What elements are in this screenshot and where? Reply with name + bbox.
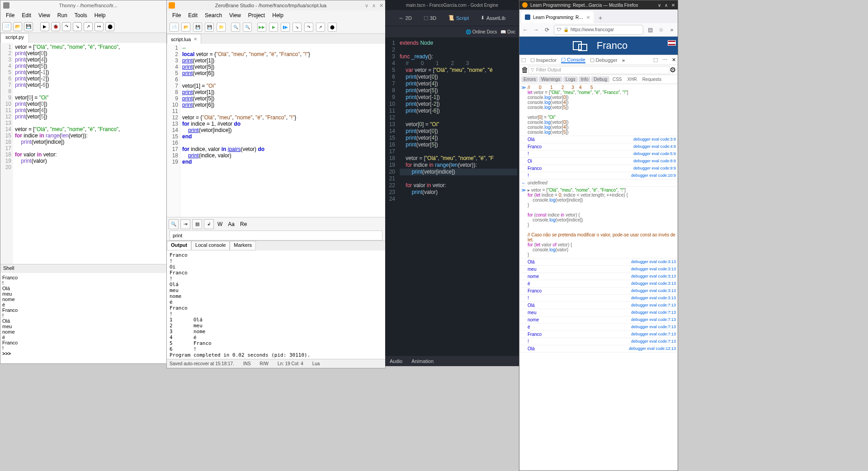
find-input[interactable] — [170, 231, 382, 240]
mode-2d[interactable]: ↔2D — [396, 14, 415, 22]
start-debug-icon[interactable]: ▶ — [269, 23, 278, 32]
devtools-options-icon[interactable]: ⋯ — [662, 57, 667, 63]
settings-icon[interactable]: ⚙ — [670, 66, 676, 74]
step-over-icon[interactable]: ↷ — [62, 22, 71, 31]
zb-editor[interactable]: 12345678910111213141516171819 --local ve… — [167, 44, 385, 217]
menu-help[interactable]: Help — [91, 12, 109, 19]
editor-tab[interactable]: script.lua ✕ — [167, 34, 201, 44]
break-icon[interactable]: ▮▶ — [281, 23, 290, 32]
thonny-code[interactable]: vetor = ["Olá", "meu", "nome", "é", "Fra… — [13, 43, 122, 264]
tab-close-icon[interactable]: ✕ — [586, 15, 590, 20]
filter-logs[interactable]: Logs — [563, 76, 578, 82]
step-into-icon[interactable]: ↘ — [73, 22, 82, 31]
debug-icon[interactable]: 🐞 — [51, 22, 60, 31]
filter-requests[interactable]: Requests — [640, 76, 664, 82]
step-out-icon[interactable]: ↗ — [316, 23, 325, 32]
menu-edit[interactable]: Edit — [184, 12, 201, 19]
mode-script[interactable]: 📜Script — [445, 14, 472, 22]
menu-file[interactable]: File — [169, 12, 184, 19]
reader-icon[interactable]: ▤ — [646, 26, 654, 34]
indent-icon[interactable]: ⇥ — [180, 219, 190, 229]
online-docs-link[interactable]: 🌐Online Docs — [466, 29, 497, 34]
menu-search[interactable]: Search — [201, 12, 226, 19]
toggle-breakpoint-icon[interactable]: ⬤ — [328, 23, 337, 32]
new-file-icon[interactable]: 📄 — [170, 23, 179, 32]
local-console-tab[interactable]: Local console — [191, 241, 230, 250]
devtools-close-icon[interactable]: ✕ — [672, 57, 676, 63]
stop-icon[interactable]: ⬤ — [105, 22, 114, 31]
step-into-icon[interactable]: ↘ — [292, 23, 302, 32]
open-file-icon[interactable]: 📂 — [13, 22, 22, 31]
pick-element-icon[interactable]: ⬚ — [521, 57, 526, 63]
zb-output[interactable]: Franco ! Oi Franco ! Olá meu nome é Fran… — [167, 250, 385, 359]
filter-input[interactable]: ▽ Filter Output — [528, 66, 670, 74]
menu-file[interactable]: File — [2, 12, 18, 19]
maximize-icon[interactable]: ∧ — [372, 3, 376, 9]
run-icon[interactable]: ▶▶ — [257, 23, 266, 32]
animation-tab[interactable]: Animation — [411, 358, 434, 364]
step-over-icon[interactable]: ↷ — [304, 23, 313, 32]
output-tab[interactable]: Output — [167, 241, 191, 250]
zb-code[interactable]: --local vetor = {"Olá", "meu", "nome", "… — [180, 44, 312, 217]
menu-tools[interactable]: Tools — [71, 12, 91, 19]
run-icon[interactable]: ▶ — [40, 22, 49, 31]
close-icon[interactable]: ✕ — [671, 3, 675, 8]
filter-debug[interactable]: Debug — [591, 76, 609, 82]
menu-help[interactable]: Help — [269, 12, 287, 19]
console-tab[interactable]: ▢Console — [561, 57, 585, 63]
new-file-icon[interactable]: 📄 — [2, 22, 11, 31]
menu-project[interactable]: Project — [245, 12, 269, 19]
project-dir-icon[interactable]: 📁 — [217, 23, 226, 32]
case-btn[interactable]: Aa — [226, 221, 236, 227]
more-tabs-icon[interactable]: » — [622, 57, 625, 63]
menu-view[interactable]: View — [226, 12, 245, 19]
tab-close-icon[interactable]: ✕ — [193, 37, 197, 42]
minimize-icon[interactable]: ∨ — [658, 3, 661, 8]
shell-panel-label[interactable]: Shell — [0, 264, 167, 273]
thonny-editor[interactable]: 1234567891011121314151617181920 vetor = … — [0, 43, 167, 264]
wrap-icon[interactable]: ↲ — [204, 219, 214, 229]
menu-edit[interactable]: Edit — [18, 12, 35, 19]
filter-info[interactable]: Info — [579, 76, 591, 82]
filter-xhr[interactable]: XHR — [625, 76, 639, 82]
browser-tab[interactable]: Learn Programming: Repetiti ✕ — [521, 11, 594, 23]
dock-side-icon[interactable]: ⬚ — [653, 57, 658, 63]
godot-editor[interactable]: 123456789101112131415161718192021222324 … — [385, 38, 519, 355]
debugger-tab[interactable]: ▢Debugger — [590, 57, 618, 63]
console-output[interactable]: ≫// 0 1 2 3 4 5 let vetor = ["Olá", "meu… — [519, 84, 678, 471]
mode-assetlib[interactable]: ⬇AssetLib — [478, 14, 508, 22]
back-icon[interactable]: ← — [521, 26, 529, 34]
save-all-icon[interactable]: 💾 — [205, 23, 214, 32]
bookmark-icon[interactable]: ☆ — [657, 26, 665, 34]
audio-tab[interactable]: Audio — [390, 358, 402, 364]
save-file-icon[interactable]: 💾 — [24, 22, 33, 31]
filter-warnings[interactable]: Warnings — [539, 76, 562, 82]
clear-console-icon[interactable]: 🗑 — [521, 66, 528, 74]
resume-icon[interactable]: ↦ — [94, 22, 104, 31]
find-icon[interactable]: 🔍 — [169, 219, 179, 229]
save-icon[interactable]: 💾 — [193, 23, 202, 32]
regex-btn[interactable]: Re — [238, 221, 249, 227]
filter-css[interactable]: CSS — [610, 76, 624, 82]
reload-icon[interactable]: ⟳ — [543, 26, 551, 34]
scope-icon[interactable]: ▤ — [192, 219, 202, 229]
close-icon[interactable]: ✕ — [379, 3, 383, 9]
filter-errors[interactable]: Errors — [521, 76, 538, 82]
inspector-tab[interactable]: ▢Inspector — [530, 57, 557, 63]
markers-tab[interactable]: Markers — [230, 241, 256, 250]
step-out-icon[interactable]: ↗ — [84, 22, 93, 31]
minimize-icon[interactable]: ∨ — [365, 3, 368, 9]
replace-icon[interactable]: 🔍 — [243, 23, 252, 32]
find-icon[interactable]: 🔍 — [231, 23, 240, 32]
thonny-shell[interactable]: Franco!OlámeunomeéFranco!OlámeunomeéFran… — [0, 273, 167, 363]
overflow-icon[interactable]: » — [668, 26, 676, 34]
menu-view[interactable]: View — [35, 12, 54, 19]
menu-run[interactable]: Run — [54, 12, 71, 19]
mode-3d[interactable]: ⬚3D — [421, 14, 439, 22]
url-input[interactable]: 🛡 🔒 https://www.francogar — [554, 25, 643, 35]
us-flag-icon[interactable] — [668, 40, 676, 46]
open-file-icon[interactable]: 📂 — [181, 23, 190, 32]
whole-word-btn[interactable]: W — [216, 221, 224, 227]
forward-icon[interactable]: → — [532, 26, 540, 34]
editor-tab[interactable]: script.py — [0, 33, 29, 43]
